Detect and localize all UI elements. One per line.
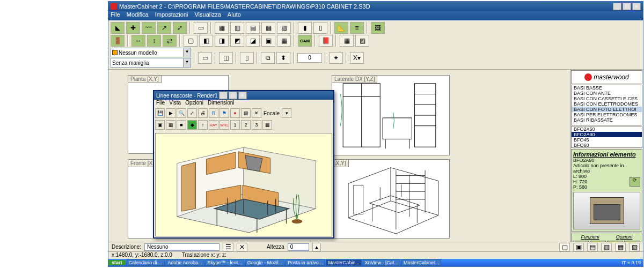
render-close-button[interactable]: ×: [238, 92, 247, 99]
render-grid-icon[interactable]: ▦: [262, 120, 272, 130]
render-focale-dropdown[interactable]: ▾: [282, 108, 291, 118]
titlebar[interactable]: MasterCabinet 2 - C:\PROGRAM FILES\MASTE…: [108, 2, 643, 11]
taskbar-item-active[interactable]: MasterCabin...: [326, 259, 362, 266]
render-menu-dimensioni[interactable]: Dimensioni: [208, 100, 234, 107]
cat-item[interactable]: BASI PER ELETTRODOMES: [572, 112, 642, 117]
taskbar[interactable]: start Calendario di ... Adobe Acroba... …: [108, 259, 643, 266]
taskbar-item[interactable]: Posta in arrivo...: [286, 259, 325, 266]
tool-book-icon[interactable]: 📕: [319, 35, 333, 47]
bb-1[interactable]: ▢: [559, 243, 570, 251]
tool-prop-3-icon[interactable]: ▤: [246, 22, 260, 34]
part-item-selected[interactable]: BFO2A90: [572, 132, 642, 137]
render-flag-r-icon[interactable]: R: [209, 108, 218, 118]
render-menu-opzioni[interactable]: Opzioni: [185, 100, 203, 107]
category-list[interactable]: BASI BASSE BASI CON ANTE BASI CON CASSET…: [571, 85, 642, 125]
tool-curve-icon[interactable]: 〰: [142, 22, 156, 34]
info-action-icon[interactable]: ⟳: [630, 177, 640, 187]
tool-x-icon[interactable]: X▾: [350, 52, 364, 64]
render-wire-icon[interactable]: ▦: [166, 120, 175, 130]
render-max-button[interactable]: □: [229, 92, 237, 99]
tool-grid-1-icon[interactable]: ▦: [340, 35, 354, 47]
part-item[interactable]: BFO60: [572, 143, 642, 148]
render-solid-icon[interactable]: ■: [177, 120, 186, 130]
tool-corner-icon[interactable]: ◣: [111, 22, 125, 34]
render-axis-icon[interactable]: ✕: [252, 108, 261, 118]
tool-g6-icon[interactable]: ▣: [261, 35, 275, 47]
cat-item-selected[interactable]: BASI CON FOTO ELETTROI: [572, 107, 642, 112]
tool-prop-2-icon[interactable]: ▥: [230, 22, 244, 34]
taskbar-item[interactable]: Skype™ - leot...: [206, 259, 244, 266]
render-zoom-icon[interactable]: 🔍: [177, 108, 186, 118]
desc-btn-1[interactable]: ☰: [223, 243, 233, 251]
part-list[interactable]: BFO2A60 BFO2A90 BFO45 BFO60 BFO90 BLA50 …: [571, 126, 642, 148]
tool-updown-icon[interactable]: ↕: [147, 35, 161, 47]
tool-s2-icon[interactable]: ◫: [219, 52, 233, 64]
cat-item[interactable]: BASI CON CASSETTI E CES: [572, 96, 642, 101]
menu-impostazioni[interactable]: Impostazioni: [155, 11, 188, 20]
taskbar-item[interactable]: MasterCabinet...: [401, 259, 441, 266]
render-preset-2[interactable]: 2: [241, 120, 251, 130]
render-titlebar[interactable]: Linee nascoste - Render1 _ □ ×: [154, 91, 333, 100]
render-up-icon[interactable]: ↑: [198, 120, 208, 130]
tool-list-icon[interactable]: ≡: [350, 22, 364, 34]
menu-modifica[interactable]: Modifica: [127, 11, 149, 20]
render-flag-l-icon[interactable]: ⚑: [219, 108, 229, 118]
maximize-button[interactable]: □: [623, 3, 631, 10]
menu-file[interactable]: File: [111, 11, 120, 20]
tray-lang[interactable]: IT: [622, 260, 626, 265]
cat-item[interactable]: BASI CON ANTE: [572, 91, 642, 96]
tool-magic-icon[interactable]: ✦: [329, 52, 343, 64]
chevron-down-icon[interactable]: ▼: [183, 48, 191, 57]
close-button[interactable]: ×: [632, 3, 641, 10]
tool-s4-icon[interactable]: ⧉: [261, 52, 275, 64]
tool-s5-icon[interactable]: ⬍: [276, 52, 290, 64]
tool-prop-5-icon[interactable]: ▧: [277, 22, 291, 34]
menubar[interactable]: File Modifica Impostazioni Visualizza Ai…: [108, 11, 643, 20]
tool-g1-icon[interactable]: ▢: [184, 35, 197, 47]
tool-prop-4-icon[interactable]: ▦: [261, 22, 275, 34]
tool-s3-icon[interactable]: ▯: [240, 52, 254, 64]
taskbar-item[interactable]: Calendario di ...: [127, 259, 165, 266]
render-print-icon[interactable]: 🖨: [198, 108, 208, 118]
render-preset-1[interactable]: 1: [230, 120, 240, 130]
tool-col-2-icon[interactable]: ▯: [313, 22, 327, 34]
tool-rect-icon[interactable]: ▭: [194, 22, 208, 34]
cat-item[interactable]: BASI BASSE: [572, 85, 642, 91]
render-menubar[interactable]: File Vista Opzioni Dimensioni: [154, 100, 333, 107]
taskbar-item[interactable]: Google - Mozil...: [245, 259, 285, 266]
render-canvas[interactable]: [155, 133, 332, 236]
minimize-button[interactable]: _: [613, 3, 621, 10]
handle-combo[interactable]: Senza maniglia ▼: [111, 58, 191, 68]
desc-btn-2[interactable]: ✕: [237, 243, 247, 251]
chevron-down-icon[interactable]: ▼: [183, 58, 191, 67]
render-wrl-button[interactable]: WRL: [219, 120, 229, 130]
tool-swap-icon[interactable]: ⇄: [163, 35, 177, 47]
render-run-icon[interactable]: ▶: [166, 108, 175, 118]
menu-aiuto[interactable]: Aiuto: [228, 11, 241, 20]
cat-item[interactable]: BASI CON ELETTRODOMES: [572, 101, 642, 107]
tool-g3-icon[interactable]: ◨: [215, 35, 229, 47]
render-cube-icon[interactable]: ▣: [155, 120, 165, 130]
bb-6[interactable]: ▧: [629, 243, 640, 251]
render-menu-vista[interactable]: Vista: [169, 100, 181, 107]
render-menu-file[interactable]: File: [156, 100, 165, 107]
bb-5[interactable]: ▦: [615, 243, 626, 251]
desc-field[interactable]: Nessuno: [144, 243, 219, 251]
tool-move-icon[interactable]: ↔: [131, 35, 145, 47]
start-button[interactable]: start: [108, 260, 126, 265]
cam-button[interactable]: CAM: [298, 35, 312, 47]
tool-col-1-icon[interactable]: ▮: [298, 22, 312, 34]
viewport-side[interactable]: Laterale DX [Y,Z]: [332, 75, 450, 155]
render-save-icon[interactable]: 💾: [155, 108, 165, 118]
render-shade-icon[interactable]: ▨: [241, 108, 251, 118]
part-item[interactable]: BFO2A60: [572, 126, 642, 132]
tool-g4-icon[interactable]: ◩: [230, 35, 244, 47]
render-fit-icon[interactable]: ⤢: [187, 108, 197, 118]
render-shade-green-icon[interactable]: ◆: [187, 120, 197, 130]
taskbar-item[interactable]: Adobe Acroba...: [166, 259, 204, 266]
tool-measure-icon[interactable]: 📐: [334, 22, 348, 34]
part-item[interactable]: BFO45: [572, 137, 642, 143]
render-min-button[interactable]: _: [219, 92, 228, 99]
tray[interactable]: IT « 9.19: [622, 260, 641, 265]
tool-g5-icon[interactable]: ◪: [246, 35, 260, 47]
